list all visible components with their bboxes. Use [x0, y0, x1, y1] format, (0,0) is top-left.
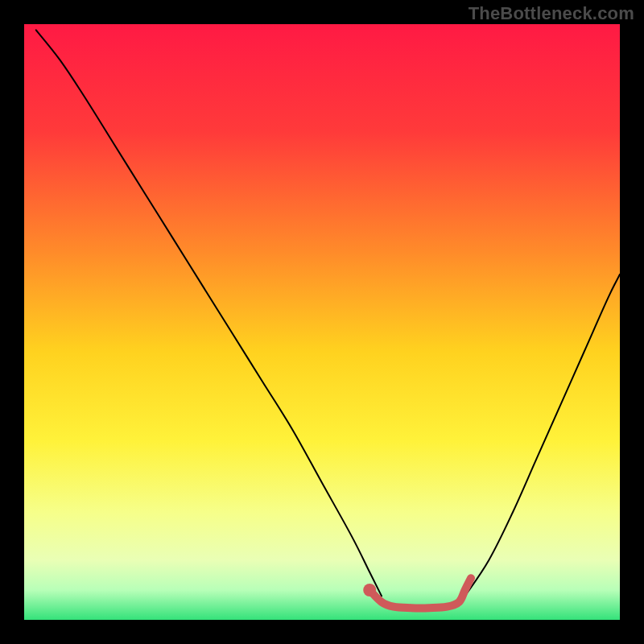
watermark-text: TheBottleneck.com	[469, 3, 634, 24]
plot-background	[24, 24, 620, 620]
chart-stage: TheBottleneck.com	[0, 0, 644, 644]
marker-layer	[363, 584, 376, 597]
optimum-dot	[363, 584, 376, 597]
bottleneck-chart	[0, 0, 644, 644]
